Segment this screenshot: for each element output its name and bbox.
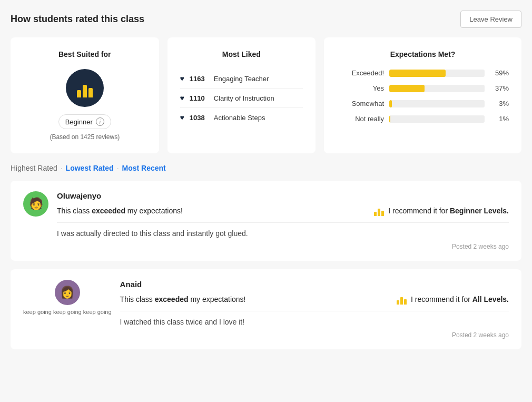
recommend-bold-2: All Levels. [472, 295, 509, 303]
best-suited-subtitle: (Based on 1425 reviews) [50, 133, 120, 141]
bar-icon-2-b3 [404, 299, 407, 305]
recommend-text-1: I recommend it for Beginner Levels. [388, 207, 509, 215]
reviewer-name-2: Anaid [120, 280, 509, 289]
exp-row-exceeded: Exceeded! 59% [337, 69, 509, 77]
review-2-header: 👩 keep going keep going keep going Anaid… [23, 280, 509, 339]
most-liked-list: ♥ 1163 Engaging Teacher ♥ 1110 Clarity o… [180, 69, 303, 127]
exp-bar-yes [389, 85, 425, 92]
tab-most-recent[interactable]: Most Recent [122, 164, 166, 172]
heart-icon-2: ♥ [180, 94, 184, 102]
best-suited-title: Best Suited for [23, 50, 146, 58]
reviewer-avatar-2: 👩 keep going keep going keep going [23, 280, 112, 316]
review-1-body: Oluwajenyo This class exceeded my expect… [57, 191, 509, 250]
tab-lowest-rated[interactable]: Lowest Rated [66, 164, 114, 172]
exp-label-somewhat: Somewhat [337, 100, 384, 107]
review-2-body: Anaid This class exceeded my expectation… [120, 280, 509, 339]
expectations-card: Expectations Met? Exceeded! 59% Yes 37% … [324, 37, 521, 153]
heart-icon-1: ♥ [180, 74, 184, 83]
avatar-image-1: 🧑 [23, 191, 48, 217]
bar-3 [88, 88, 93, 97]
exp-row-somewhat: Somewhat 3% [337, 100, 509, 107]
separator-1: · [61, 164, 63, 172]
review-2-exp-suffix: my expectations! [189, 295, 246, 303]
review-2-expectation: This class exceeded my expectations! [120, 295, 246, 303]
review-1-exp-suffix: my expectations! [125, 207, 183, 215]
bar-1 [77, 90, 81, 97]
best-suited-card: Best Suited for Beginner i (Based on 142… [11, 37, 159, 153]
bar-icon-b3 [381, 211, 384, 216]
beginner-label: Beginner [65, 118, 93, 126]
review-1-toprow: This class exceeded my expectations! I r… [57, 205, 509, 216]
review-2-text: I watched this class twice and I love it… [120, 318, 509, 326]
beginner-badge: Beginner i [58, 114, 111, 129]
recommend-bold-1: Beginner Levels. [450, 207, 509, 215]
recommend-text-2: I recommend it for All Levels. [411, 295, 509, 303]
exp-bar-container-notreally [389, 115, 485, 123]
liked-count-3: 1038 [190, 114, 209, 122]
most-liked-card: Most Liked ♥ 1163 Engaging Teacher ♥ 111… [168, 37, 316, 153]
review-2-recommend: I recommend it for All Levels. [397, 294, 509, 305]
exp-bar-notreally [389, 115, 390, 123]
exp-bar-somewhat [389, 100, 392, 107]
recommend-icon-1 [374, 205, 384, 216]
exp-label-notreally: Not really [337, 115, 384, 123]
review-1-timestamp: Posted 2 weeks ago [57, 243, 509, 250]
recommend-icon-2 [397, 294, 407, 305]
exp-pct-somewhat: 3% [490, 100, 509, 107]
section-header: How students rated this class Leave Revi… [11, 11, 521, 28]
exp-bar-exceeded [389, 70, 446, 77]
review-1-expectation: This class exceeded my expectations! [57, 207, 183, 215]
review-1-exp-bold: exceeded [92, 207, 125, 215]
divider-2 [120, 311, 509, 311]
review-1-recommend: I recommend it for Beginner Levels. [374, 205, 509, 216]
leave-review-button[interactable]: Leave Review [460, 11, 521, 28]
list-item: ♥ 1110 Clarity of Instruction [180, 89, 303, 108]
cards-row: Best Suited for Beginner i (Based on 142… [11, 37, 521, 153]
review-1-header: 🧑 Oluwajenyo This class exceeded my expe… [23, 191, 509, 250]
exp-pct-notreally: 1% [490, 115, 509, 123]
review-2-exp-prefix: This class [120, 295, 155, 303]
bar-icon-2-b2 [400, 297, 403, 305]
exp-pct-exceeded: 59% [490, 69, 509, 77]
tab-highest-rated[interactable]: Highest Rated [11, 164, 57, 172]
exp-label-exceeded: Exceeded! [337, 69, 384, 77]
best-suited-icon [66, 69, 104, 107]
reviewer-sub-2: keep going keep going keep going [23, 308, 112, 316]
review-card-1: 🧑 Oluwajenyo This class exceeded my expe… [11, 181, 521, 261]
review-card-2: 👩 keep going keep going keep going Anaid… [11, 269, 521, 349]
liked-count-2: 1110 [190, 94, 209, 102]
bar-2 [83, 85, 87, 97]
exp-pct-yes: 37% [490, 84, 509, 92]
rating-tabs: Highest Rated · Lowest Rated · Most Rece… [11, 164, 521, 172]
exp-bar-container-exceeded [389, 70, 485, 77]
review-2-exp-bold: exceeded [155, 295, 189, 303]
reviewer-name-1: Oluwajenyo [57, 191, 509, 200]
list-item: ♥ 1163 Engaging Teacher [180, 69, 303, 89]
section-title: How students rated this class [11, 14, 144, 25]
exp-row-notreally: Not really 1% [337, 115, 509, 123]
reviewer-avatar-1: 🧑 [23, 191, 48, 217]
best-suited-inner: Beginner i (Based on 1425 reviews) [23, 69, 146, 141]
exp-label-yes: Yes [337, 84, 384, 92]
liked-label-1: Engaging Teacher [214, 75, 269, 83]
exp-bar-container-somewhat [389, 100, 485, 107]
list-item: ♥ 1038 Actionable Steps [180, 108, 303, 127]
heart-icon-3: ♥ [180, 113, 184, 122]
bar-chart-icon [77, 79, 93, 97]
review-2-toprow: This class exceeded my expectations! I r… [120, 294, 509, 305]
most-liked-title: Most Liked [180, 50, 303, 58]
bar-icon-2-b1 [397, 300, 399, 305]
review-1-text: I was actually directed to this class an… [57, 229, 509, 238]
liked-label-2: Clarity of Instruction [214, 94, 274, 102]
bar-icon-b2 [378, 209, 380, 216]
avatar-image-2: 👩 [55, 280, 80, 305]
liked-label-3: Actionable Steps [214, 114, 265, 122]
exp-row-yes: Yes 37% [337, 84, 509, 92]
bar-icon-b1 [374, 212, 377, 216]
separator-2: · [117, 164, 119, 172]
liked-count-1: 1163 [190, 75, 209, 83]
info-icon: i [96, 117, 104, 126]
expectations-title: Expectations Met? [337, 50, 509, 58]
divider-1 [57, 222, 509, 223]
exp-bar-container-yes [389, 85, 485, 92]
